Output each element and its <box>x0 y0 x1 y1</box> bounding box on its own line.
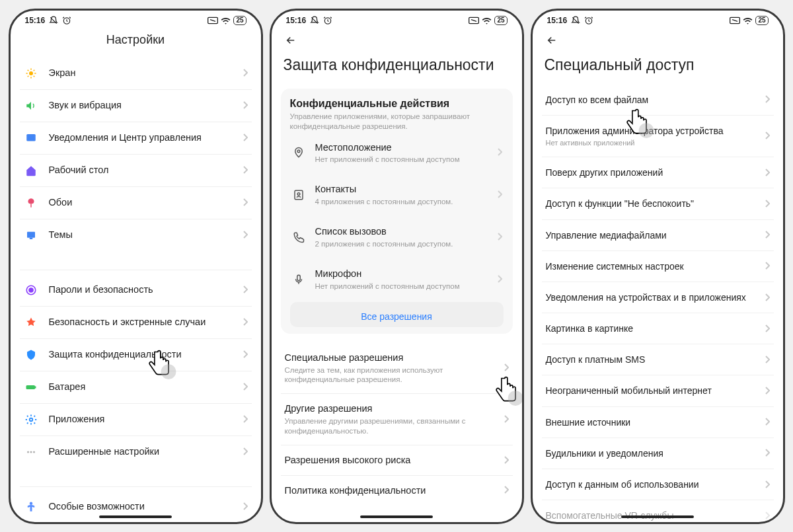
settings-row-safety[interactable]: Безопасность и экстренные случаи <box>20 307 252 339</box>
row-label: Местоположение <box>315 141 493 154</box>
row-label: Особые возможности <box>49 500 239 513</box>
wifi-icon <box>221 17 231 24</box>
chevron-right-icon <box>765 94 770 105</box>
access-item-3[interactable]: Доступ к функции "Не беспокоить" <box>542 188 774 219</box>
chevron-right-icon <box>243 349 248 361</box>
sim-icon <box>469 17 479 24</box>
chevron-right-icon <box>765 416 770 428</box>
row-label: Уведомления на устройствах и в приложени… <box>546 291 761 303</box>
access-item-12[interactable]: Доступ к данным об использовании <box>542 469 774 500</box>
home-indicator[interactable] <box>360 515 433 518</box>
row-label: Неограниченный мобильный интернет <box>546 385 761 397</box>
access-item-4[interactable]: Управление медиафайлами <box>542 220 774 251</box>
theme-icon <box>24 228 38 243</box>
page-title: Специальный доступ <box>545 55 771 75</box>
sound-icon <box>24 98 38 113</box>
privacy-icon <box>24 348 38 362</box>
home-indicator[interactable] <box>99 515 172 518</box>
settings-row-privacy[interactable]: Защита конфиденциальности <box>20 339 252 371</box>
permission-row-mic[interactable]: Микрофон Нет приложений с постоянным дос… <box>290 258 504 301</box>
row-label: Пароли и безопасность <box>49 284 239 296</box>
status-time: 15:16 <box>25 16 46 25</box>
access-item-1[interactable]: Приложения администратора устройства Нет… <box>542 116 774 157</box>
alarm-icon <box>584 16 593 25</box>
permission-row-calls[interactable]: Список вызовов 2 приложения с постоянным… <box>290 216 504 258</box>
mic-icon <box>291 272 306 287</box>
svg-point-21 <box>27 451 29 453</box>
settings-row-sun[interactable]: Экран <box>20 57 252 90</box>
settings-row-sound[interactable]: Звук и вибрация <box>20 90 252 122</box>
chevron-right-icon <box>504 414 509 426</box>
access-item-10[interactable]: Внешние источники <box>542 407 774 438</box>
battery-icon: 25 <box>755 16 768 25</box>
home-indicator[interactable] <box>621 515 694 518</box>
row-label: Будильники и уведомления <box>546 447 761 459</box>
permission-row-contacts[interactable]: Контакты 4 приложения с постоянным досту… <box>290 174 504 216</box>
privacy-actions-card: Конфиденциальные действия Управление при… <box>281 89 513 334</box>
settings-row-wall[interactable]: Обои <box>20 187 252 219</box>
svg-point-30 <box>297 150 300 153</box>
row-label: Батарея <box>49 381 239 393</box>
svg-line-38 <box>732 19 737 21</box>
svg-point-17 <box>29 288 33 292</box>
chevron-right-icon <box>243 100 248 112</box>
chevron-right-icon <box>243 229 248 241</box>
access-item-9[interactable]: Неограниченный мобильный интернет <box>542 375 774 406</box>
access-item-11[interactable]: Будильники и уведомления <box>542 438 774 469</box>
wall-icon <box>24 196 38 210</box>
row-label: Политика конфиденциальности <box>285 484 500 497</box>
row-subtitle: Нет активных приложений <box>546 138 761 147</box>
row-label: Специальные разрешения <box>285 352 500 364</box>
settings-row-apps[interactable]: Приложения <box>20 404 252 436</box>
row-label: Доступ к данным об использовании <box>546 478 761 490</box>
location-icon <box>291 145 306 160</box>
svg-rect-18 <box>26 385 35 389</box>
svg-line-29 <box>471 19 476 21</box>
svg-point-4 <box>29 71 33 75</box>
dnd-icon <box>49 16 58 25</box>
row-label: Уведомления и Центр управления <box>49 132 239 144</box>
alarm-icon <box>62 16 71 25</box>
access-item-6[interactable]: Уведомления на устройствах и в приложени… <box>542 282 774 313</box>
row-label: Защита конфиденциальности <box>49 348 239 361</box>
access-item-7[interactable]: Картинка в картинке <box>542 313 774 344</box>
wifi-icon <box>743 17 753 24</box>
chevron-right-icon <box>243 165 248 176</box>
chevron-right-icon <box>765 323 770 334</box>
card-title: Конфиденциальные действия <box>290 98 504 110</box>
sim-icon <box>208 17 218 24</box>
battery-icon <box>24 380 38 395</box>
access-item-13[interactable]: Вспомогательные VR-службы <box>542 500 774 521</box>
settings-row-noti[interactable]: Уведомления и Центр управления <box>20 122 252 155</box>
chevron-right-icon <box>765 510 770 521</box>
privacy-item-2[interactable]: Разрешения высокого риска <box>281 445 513 476</box>
svg-point-24 <box>29 502 32 505</box>
access-item-8[interactable]: Доступ к платным SMS <box>542 344 774 375</box>
privacy-item-3[interactable]: Политика конфиденциальности <box>281 476 513 506</box>
status-time: 15:16 <box>547 16 568 25</box>
access-item-0[interactable]: Доступ ко всем файлам <box>542 85 774 116</box>
svg-rect-13 <box>26 134 36 141</box>
row-subtitle: 2 приложения с постоянным доступом. <box>315 239 493 249</box>
status-time: 15:16 <box>286 16 307 25</box>
row-label: Доступ к функции "Не беспокоить" <box>546 198 761 209</box>
settings-row-theme[interactable]: Темы <box>20 219 252 251</box>
status-bar: 15:16 25 <box>533 11 783 28</box>
back-button[interactable] <box>545 32 771 55</box>
permission-row-location[interactable]: Местоположение Нет приложений с постоянн… <box>290 132 504 174</box>
access-item-5[interactable]: Изменение системных настроек <box>542 251 774 282</box>
settings-row-home[interactable]: Рабочий стол <box>20 155 252 187</box>
row-subtitle: Нет приложений с постоянным доступом <box>315 282 493 291</box>
back-button[interactable] <box>283 32 510 55</box>
home-icon <box>24 163 38 178</box>
access-item-2[interactable]: Поверх других приложений <box>542 157 774 188</box>
privacy-item-1[interactable]: Другие разрешения Управление другими раз… <box>281 394 513 445</box>
privacy-item-0[interactable]: Специальные разрешения Следите за тем, к… <box>281 343 513 395</box>
battery-icon: 25 <box>494 16 507 25</box>
row-label: Разрешения высокого риска <box>285 454 500 467</box>
settings-row-more[interactable]: Расширенные настройки <box>20 436 252 468</box>
chevron-right-icon <box>765 385 770 397</box>
all-permissions-button[interactable]: Все разрешения <box>290 302 504 327</box>
settings-row-battery[interactable]: Батарея <box>20 371 252 404</box>
settings-row-lock[interactable]: Пароли и безопасность <box>20 274 252 307</box>
